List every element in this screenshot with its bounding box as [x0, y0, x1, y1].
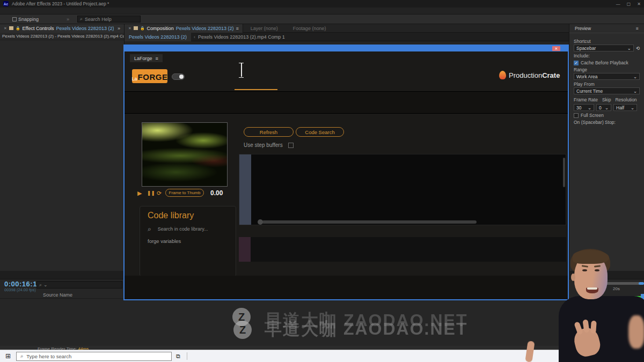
close-button[interactable]: ✕	[637, 2, 641, 6]
code-lines[interactable]	[251, 154, 566, 225]
cache-label: Cache Before Playback	[581, 60, 628, 65]
timeline-footer	[0, 346, 644, 350]
windows-search-box[interactable]: ⌕ Type here to search	[16, 352, 172, 361]
tab-composition[interactable]: ✕ 🔒 Composition Pexels Videos 2282013 (2…	[125, 24, 243, 33]
skip-dropdown[interactable]: 0⌄	[596, 104, 611, 111]
code-horizontal-scrollbar[interactable]	[262, 220, 477, 224]
windows-start-button[interactable]: ⊞	[0, 352, 16, 360]
include-label: Include:	[574, 53, 590, 58]
viewer-tab-strip: Pexels Videos 2282013 (2) ‹ Pexels Video…	[125, 33, 569, 41]
close-icon[interactable]: ✕	[128, 26, 131, 31]
step-buffers-checkbox[interactable]	[288, 143, 294, 148]
search-icon: ⌕	[39, 282, 42, 288]
console-line-numbers	[239, 237, 251, 262]
horizontal-scrollbar[interactable]	[603, 282, 644, 285]
search-help-box[interactable]: ⌕ Search Help	[77, 16, 141, 23]
on-stop-label: On (Spacebar) Stop:	[574, 120, 640, 125]
ae-app-icon: Ae	[3, 1, 9, 6]
code-vertical-scrollbar[interactable]	[563, 158, 565, 187]
desktop-toolbar-label[interactable]: Desktop	[584, 353, 603, 359]
loop-icon[interactable]: ⟳	[157, 190, 162, 197]
use-step-buffers-label: Use step buffers	[244, 142, 283, 148]
resolution-label: Resolution	[615, 97, 636, 102]
dialog-footer	[125, 276, 568, 299]
toolbar: Snapping » ⌕ Search Help	[0, 14, 644, 24]
menu-icon[interactable]: ≡	[236, 26, 239, 31]
preview-panel-body: Shortcut Spacebar⌄ ⟲ Include: ✓ Cache Be…	[569, 33, 644, 127]
snapping-toggle[interactable]: Snapping	[12, 17, 39, 22]
effect-controls-header: Pexels Videos 2282013 (2) - Pexels Video…	[0, 33, 124, 40]
workspace-overflow[interactable]: »	[67, 17, 69, 22]
skip-label: Skip	[602, 97, 611, 102]
laforge-logo: La FORGE	[132, 69, 167, 83]
cache-before-playback-option[interactable]: ✓ Cache Before Playback	[574, 60, 640, 65]
tab-effect-controls[interactable]: ✕ 🔒 Effect Controls Pexels Videos 228201…	[0, 24, 125, 33]
taskbar: ⊞ ⌕ Type here to search ⧉ ‖ Desktop » 7°…	[0, 350, 644, 362]
viewer-tab-inactive[interactable]: Pexels Videos 2282013 (2).mp4 Comp 1	[198, 34, 285, 40]
code-library-search[interactable]: ⌕ Search in code library...	[148, 225, 236, 233]
resolution-dropdown[interactable]: Half⌄	[613, 104, 637, 111]
full-screen-label: Full Screen	[581, 113, 604, 118]
tab-footage[interactable]: Footage (none)	[286, 26, 334, 31]
laforge-enable-toggle[interactable]	[172, 73, 185, 80]
source-name-header[interactable]: Source Name	[43, 292, 72, 298]
reset-shortcut-icon[interactable]: ⟲	[636, 46, 640, 51]
play-from-dropdown[interactable]: Current Time⌄	[574, 87, 640, 94]
line-number-gutter	[239, 154, 251, 225]
console-output	[239, 237, 566, 262]
play-icon[interactable]: ▶	[137, 190, 142, 197]
task-view-button[interactable]: ⧉	[172, 350, 185, 362]
snapping-label: Snapping	[18, 17, 39, 22]
forge-variables-group[interactable]: forge variables	[148, 238, 236, 244]
shortcut-dropdown[interactable]: Spacebar⌄	[574, 45, 634, 51]
search-icon: ⌕	[20, 353, 23, 359]
use-step-buffers-option[interactable]: Use step buffers	[244, 142, 294, 148]
tray-expand-chevron[interactable]: ⌃	[634, 353, 639, 359]
search-icon: ⌕	[148, 225, 151, 233]
windows-search-placeholder: Type here to search	[26, 353, 71, 359]
frame-to-thumb-button[interactable]: Frame to Thumb	[165, 189, 204, 197]
render-progress-bar	[603, 296, 642, 298]
range-label: Range	[574, 67, 640, 72]
composition-label: Composition	[147, 26, 174, 31]
tab-layer[interactable]: Layer (none)	[243, 26, 286, 31]
pause-icon[interactable]: ❚❚	[147, 190, 155, 196]
viewer-tab-separator: ‹	[191, 34, 198, 40]
weather-widget[interactable]: 7°C	[613, 353, 630, 359]
maximize-button[interactable]: ▢	[627, 2, 631, 6]
frame-rate-dropdown[interactable]: 30⌄	[574, 104, 594, 111]
current-timecode[interactable]: 0:00:16:14	[4, 280, 41, 288]
time-indicator-handle[interactable]	[641, 294, 644, 300]
menubar	[0, 8, 644, 14]
console-lines	[251, 237, 566, 262]
dialog-tab[interactable]: LaForge≡	[130, 54, 163, 62]
code-editor[interactable]	[239, 154, 566, 225]
full-screen-option[interactable]: Full Screen	[574, 113, 640, 118]
app-titlebar: Ae Adobe After Effects 2023 - Untitled P…	[0, 0, 644, 8]
viewer-tab-active[interactable]: Pexels Videos 2282013 (2)	[125, 33, 191, 41]
frame-rate-label: Frame Rate	[574, 97, 598, 102]
panel-tabs-row: ✕ 🔒 Effect Controls Pexels Videos 228201…	[0, 24, 644, 33]
shader-preview-thumbnail[interactable]	[142, 122, 228, 187]
scrollbar-knob[interactable]	[258, 219, 263, 225]
snapping-checkbox[interactable]	[12, 17, 17, 21]
panel-preview-header[interactable]: Preview ≡	[569, 24, 644, 33]
checkbox-unchecked[interactable]	[574, 113, 579, 118]
panel-icon	[9, 26, 13, 30]
timeline-search-box[interactable]: ⌕⌄	[36, 281, 122, 289]
minimize-button[interactable]: —	[616, 2, 620, 6]
search-help-placeholder: Search Help	[85, 17, 112, 22]
close-icon[interactable]: ✕	[4, 26, 7, 31]
checkbox-checked[interactable]: ✓	[574, 61, 579, 65]
temperature-label: 7°C	[621, 353, 630, 359]
code-search-button[interactable]: Code Search	[296, 127, 344, 137]
panel-icon	[134, 26, 138, 30]
tab-overflow-icon[interactable]: »	[118, 26, 120, 31]
panel-menu-icon[interactable]: ≡	[636, 26, 639, 31]
active-nav-underline	[235, 89, 277, 90]
refresh-button[interactable]: Refresh	[244, 127, 294, 137]
range-dropdown[interactable]: Work Area⌄	[574, 73, 640, 80]
flame-icon	[499, 71, 506, 79]
dialog-titlebar[interactable]	[123, 45, 569, 51]
dialog-close-button[interactable]: ✕	[552, 46, 560, 51]
